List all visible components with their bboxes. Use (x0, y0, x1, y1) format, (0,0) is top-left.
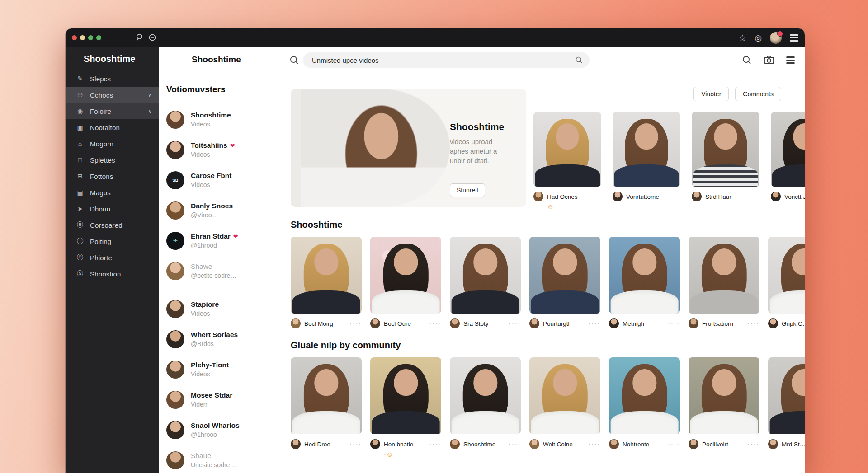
video-card[interactable]: Hed Droe (291, 357, 362, 459)
sidebar-item[interactable]: ⚇ Cchocs ∧ (66, 87, 159, 103)
follower-item[interactable]: Plehy-Tiont Videos (166, 354, 269, 384)
video-thumbnail[interactable] (613, 112, 680, 187)
follower-item[interactable]: Mosee Stdar Videm (166, 384, 269, 415)
sidebar-item[interactable]: ⓢ Shoostion (66, 266, 159, 282)
hero-button[interactable]: Stunreit (450, 183, 485, 197)
more-icon[interactable] (588, 320, 600, 327)
more-icon[interactable] (349, 320, 362, 327)
search-icon[interactable] (289, 55, 299, 65)
sidebar-item[interactable]: ⓒ Phiorte (66, 249, 159, 266)
comments-button[interactable]: Comments (735, 87, 781, 101)
video-card[interactable]: Pourturgtl (529, 237, 600, 338)
video-thumbnail[interactable] (609, 237, 680, 314)
more-icon[interactable] (668, 193, 680, 200)
loop-icon[interactable] (136, 33, 143, 42)
follower-item[interactable]: Snaol Wharlos @1hrooo (166, 415, 269, 445)
video-card[interactable]: Had Ocnes ☺ (533, 112, 601, 211)
more-icon[interactable] (668, 440, 680, 448)
sidebar-item[interactable]: ✎ Slepcs (66, 70, 159, 87)
more-icon[interactable] (429, 440, 441, 448)
video-thumbnail[interactable] (450, 357, 521, 434)
more-icon[interactable] (349, 440, 362, 448)
video-card[interactable]: Metriigh (609, 237, 680, 338)
follower-item[interactable]: Shawe @betlte sodre… (166, 256, 269, 286)
sidebar-item[interactable]: ⌂ Mogorn (66, 136, 159, 152)
search-icon[interactable] (742, 55, 752, 65)
video-card[interactable]: Bocl Moirg (291, 237, 362, 338)
sidebar-item[interactable]: ⓔ Corsoared (66, 217, 159, 233)
video-thumbnail[interactable] (533, 112, 601, 187)
sidebar-item[interactable]: ⓘ Poiting (66, 233, 159, 249)
more-icon[interactable] (429, 320, 441, 327)
more-icon[interactable] (589, 193, 601, 200)
video-thumbnail[interactable] (689, 357, 760, 434)
hero-card[interactable]: Shooshtime videos uproad aphes ametur a … (291, 89, 526, 207)
follower-item[interactable]: SB Carose Fbnt Videos (166, 165, 269, 195)
follower-item[interactable]: Toitsahiins❤ Videos (166, 135, 269, 165)
sidebar-item[interactable]: ➤ Dhoun (66, 201, 159, 217)
video-thumbnail[interactable] (370, 237, 441, 314)
video-thumbnail[interactable] (771, 112, 805, 187)
video-thumbnail[interactable] (291, 237, 362, 314)
video-card[interactable]: Frortsatiorn (689, 237, 760, 338)
target-icon[interactable]: ◎ (755, 34, 762, 42)
video-card[interactable]: Bocl Oure (370, 237, 441, 338)
sidebar-item[interactable]: ▣ Nootaiton (66, 119, 159, 136)
star-icon[interactable]: ☆ (738, 33, 746, 42)
sidebar-item[interactable]: □ Splettes (66, 152, 159, 168)
video-card[interactable]: Sra Stoty (450, 237, 521, 338)
video-thumbnail[interactable] (609, 357, 680, 434)
zoom-window-icon[interactable] (88, 35, 93, 40)
follower-item[interactable]: Danly Snoes @Viroo… (166, 195, 269, 225)
video-thumbnail[interactable] (450, 237, 521, 314)
follower-item[interactable]: Whert Sorlaes @Brdos (166, 324, 269, 354)
more-icon[interactable] (509, 320, 521, 327)
video-card[interactable]: Gnpk C… (768, 237, 805, 338)
video-thumbnail[interactable] (291, 357, 362, 434)
more-icon[interactable] (747, 440, 760, 448)
sidebar-item[interactable]: ◉ Foloire ∨ (66, 103, 159, 119)
video-thumbnail[interactable] (692, 112, 760, 187)
follower-name: Danly Snoes (191, 202, 236, 210)
sidebar-item[interactable]: ▤ Magos (66, 184, 159, 201)
sidebar-item[interactable]: ⊞ Fottons (66, 168, 159, 184)
follower-item[interactable]: Shaue Unesite sodre… (166, 445, 269, 473)
more-icon[interactable] (668, 320, 680, 327)
video-card[interactable]: Strd Haur (692, 112, 760, 211)
video-thumbnail[interactable] (529, 237, 600, 314)
video-card[interactable]: Shooshtime (450, 357, 521, 459)
follower-item[interactable]: Stapiore Videos (166, 294, 269, 324)
more-icon[interactable] (747, 320, 760, 327)
more-icon[interactable] (747, 193, 760, 200)
search-submit-icon[interactable] (575, 56, 583, 64)
video-card[interactable]: Vonctt J… (771, 112, 805, 211)
video-row-middle: Bocl Moirg Bocl Oure (291, 237, 805, 338)
more-icon[interactable] (588, 440, 600, 448)
video-thumbnail[interactable] (768, 237, 805, 314)
emoji (784, 203, 805, 211)
video-thumbnail[interactable] (689, 237, 760, 314)
follower-item[interactable]: Shooshtime Videos (166, 104, 269, 135)
video-card[interactable]: Mrd St… (768, 357, 805, 459)
more-icon[interactable] (509, 440, 521, 448)
menu-icon[interactable] (786, 56, 795, 64)
minimize-window-icon[interactable] (80, 35, 85, 40)
follower-item[interactable]: ✈ Ehran Stdar❤ @1hrood (166, 225, 269, 256)
video-thumbnail[interactable] (370, 357, 441, 434)
close-window-icon[interactable] (72, 35, 77, 40)
avatar[interactable] (770, 32, 782, 44)
viuoter-button[interactable]: Viuoter (693, 87, 729, 101)
video-card[interactable]: Nohtrente (609, 357, 680, 459)
video-card[interactable]: Welt Coine (529, 357, 600, 459)
follower-subtitle: Videos (191, 310, 222, 317)
video-card[interactable]: Hon bnatle ▫☺ (370, 357, 441, 459)
video-thumbnail[interactable] (768, 357, 805, 434)
video-card[interactable]: Pocllivolrt (689, 357, 760, 459)
video-card[interactable]: Vonrtuttome (613, 112, 680, 211)
video-thumbnail[interactable] (529, 357, 600, 434)
minus-circle-icon[interactable] (148, 33, 156, 42)
menu-icon[interactable] (790, 34, 798, 42)
search-input[interactable] (303, 56, 575, 64)
extra-window-icon[interactable] (96, 35, 101, 40)
camera-icon[interactable] (764, 55, 774, 65)
